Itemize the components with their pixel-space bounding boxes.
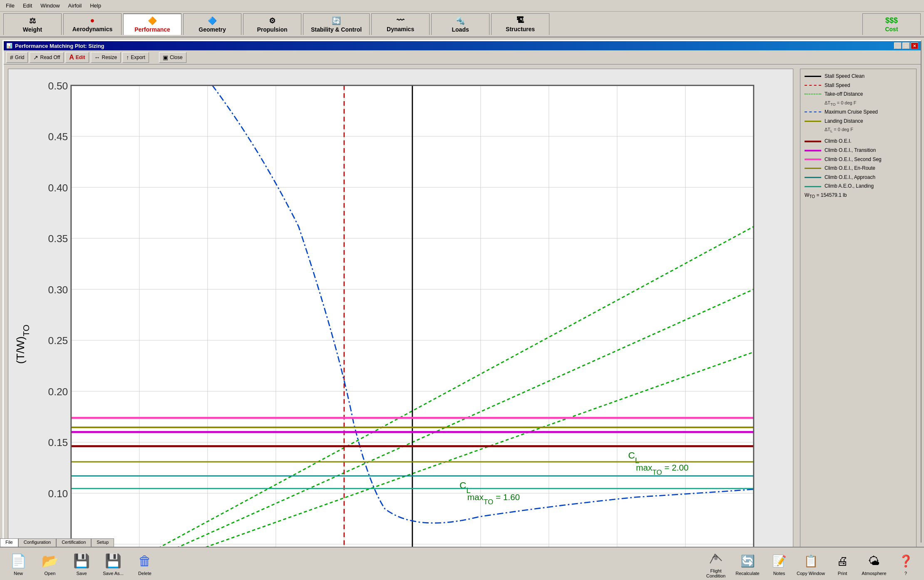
cost-icon: $$$ — [885, 16, 898, 25]
legend-label-oei-approach: Climb O.E.I., Approach — [825, 174, 875, 181]
menu-window[interactable]: Window — [36, 2, 64, 10]
grid-icon: # — [10, 54, 13, 61]
tab-aerodynamics[interactable]: ● Aerodynamics — [63, 13, 122, 35]
legend-label-aeo: Climb A.E.O., Landing — [825, 183, 874, 190]
legend-sub-landing: ΔTL = 0 deg F — [825, 127, 912, 133]
resize-btn[interactable]: ↔ Resize — [91, 52, 121, 63]
legend-label-oei: Climb O.E.I. — [825, 138, 852, 145]
legend-stall-clean: Stall Speed Clean — [805, 73, 912, 80]
notes-icon: 📝 — [770, 552, 788, 570]
legend-max-cruise: Maximum Cruise Speed — [805, 109, 912, 116]
svg-text:0.10: 0.10 — [48, 488, 68, 499]
edit-btn[interactable]: A Edit — [65, 52, 89, 63]
legend-label-takeoff: Take-off Distance — [825, 91, 863, 98]
legend-label-stall-clean: Stall Speed Clean — [825, 73, 864, 80]
readoff-btn[interactable]: ↗ Read Off — [30, 52, 64, 63]
legend-climb-oei-approach: Climb O.E.I., Approach — [805, 174, 912, 181]
print-btn[interactable]: 🖨 Print — [827, 549, 857, 579]
export-icon: ↑ — [126, 54, 129, 61]
file-tab-config[interactable]: Configuration — [18, 538, 56, 547]
minimize-btn[interactable]: _ — [894, 42, 902, 49]
copy-window-btn[interactable]: 📋 Copy Window — [796, 549, 826, 579]
svg-text:0.50: 0.50 — [48, 80, 68, 92]
svg-text:0.15: 0.15 — [48, 437, 68, 448]
close-btn[interactable]: ▣ Close — [159, 52, 186, 63]
tab-dynamics[interactable]: 〰 Dynamics — [371, 13, 430, 35]
file-tab-setup[interactable]: Setup — [91, 538, 114, 547]
tab-weight[interactable]: ⚖ Weight — [3, 13, 62, 35]
legend-wto: WTO = 154579.1 lb — [805, 192, 912, 199]
grid-btn[interactable]: # Grid — [6, 52, 28, 63]
file-tab-cert[interactable]: Certification — [56, 538, 91, 547]
menu-help[interactable]: Help — [86, 2, 105, 10]
plot-title: Performance Matching Plot: Sizing — [15, 43, 104, 49]
tab-stability[interactable]: 🔄 Stability & Control — [303, 13, 370, 35]
delete-btn[interactable]: 🗑 Delete — [130, 549, 160, 579]
tab-geometry[interactable]: 🔷 Geometry — [183, 13, 241, 35]
new-icon: 📄 — [9, 552, 27, 570]
tab-structures[interactable]: 🏗 Structures — [491, 13, 549, 35]
titlebar-buttons: _ □ ✕ — [894, 42, 918, 49]
export-btn[interactable]: ↑ Export — [122, 52, 149, 63]
tab-cost[interactable]: $$$ Cost — [862, 13, 921, 35]
saveas-icon: 💾 — [104, 552, 122, 570]
legend-label-stall-speed: Stall Speed — [825, 82, 850, 89]
recalculate-btn[interactable]: 🔄 Recalculate — [733, 549, 763, 579]
legend-line-oei-approach — [805, 177, 821, 178]
close-plot-icon: ▣ — [163, 54, 168, 61]
tabbar: ⚖ Weight ● Aerodynamics 🔶 Performance 🔷 … — [0, 12, 924, 37]
atmosphere-btn[interactable]: 🌤 Atmosphere — [859, 549, 889, 579]
plot-window: 📊 Performance Matching Plot: Sizing _ □ … — [2, 40, 922, 543]
help-btn[interactable]: ❓ ? — [891, 549, 921, 579]
open-btn[interactable]: 📂 Open — [35, 549, 65, 579]
legend-line-aeo — [805, 186, 821, 187]
legend-line-stall-speed — [805, 85, 821, 86]
legend-climb-oei-trans: Climb O.E.I., Transition — [805, 147, 912, 154]
atmosphere-icon: 🌤 — [865, 552, 883, 570]
legend-line-oei-enroute — [805, 168, 821, 169]
legend-climb-aeo: Climb A.E.O., Landing — [805, 183, 912, 190]
help-icon: ❓ — [897, 552, 915, 570]
save-btn[interactable]: 💾 Save — [67, 549, 97, 579]
menu-edit[interactable]: Edit — [19, 2, 36, 10]
plot-toolbar: # Grid ↗ Read Off A Edit ↔ Resize ↑ Expo… — [4, 50, 921, 64]
tab-loads[interactable]: 🔩 Loads — [431, 13, 489, 35]
legend-line-oei-trans — [805, 150, 821, 151]
chart-container: 0.00 0.05 0.10 0.15 0.20 0.25 0.30 0.35 … — [8, 69, 793, 580]
svg-text:0.30: 0.30 — [48, 284, 68, 295]
prop-icon: ⚙ — [269, 16, 276, 25]
geo-icon: 🔷 — [208, 16, 217, 25]
perf-icon: 🔶 — [148, 16, 157, 25]
legend-sub-takeoff: ΔTTO = 0 deg F — [825, 100, 912, 107]
delete-icon: 🗑 — [136, 552, 154, 570]
tab-performance[interactable]: 🔶 Performance — [123, 13, 181, 35]
legend-line-stall-clean — [805, 76, 821, 77]
edit-icon: A — [69, 54, 74, 61]
notes-btn[interactable]: 📝 Notes — [764, 549, 794, 579]
tab-propulsion[interactable]: ⚙ Propulsion — [243, 13, 301, 35]
saveas-btn[interactable]: 💾 Save As... — [98, 549, 128, 579]
svg-text:0.45: 0.45 — [48, 131, 68, 142]
legend-climb-oei-seg: Climb O.E.I., Second Seg — [805, 156, 912, 163]
svg-point-66 — [714, 557, 718, 560]
menu-file[interactable]: File — [2, 2, 19, 10]
new-btn[interactable]: 📄 New — [3, 549, 33, 579]
maximize-btn[interactable]: □ — [902, 42, 910, 49]
flight-condition-btn[interactable]: Flight Condition — [701, 549, 731, 579]
file-tab-file[interactable]: File — [0, 538, 18, 547]
open-icon: 📂 — [41, 552, 59, 570]
svg-text:0.35: 0.35 — [48, 233, 68, 244]
close-window-btn[interactable]: ✕ — [911, 42, 918, 49]
menu-airfoil[interactable]: Airfoil — [64, 2, 86, 10]
legend-label-oei-seg: Climb O.E.I., Second Seg — [825, 156, 882, 163]
flight-condition-icon — [707, 549, 725, 568]
stab-icon: 🔄 — [332, 16, 341, 25]
loads-icon: 🔩 — [456, 16, 465, 25]
svg-text:0.40: 0.40 — [48, 182, 68, 193]
weight-icon: ⚖ — [29, 16, 36, 25]
save-icon: 💾 — [72, 552, 91, 570]
svg-text:0.20: 0.20 — [48, 386, 68, 397]
main-content: 📊 Performance Matching Plot: Sizing _ □ … — [0, 37, 924, 547]
print-icon: 🖨 — [833, 552, 852, 570]
legend-line-oei — [805, 141, 821, 142]
